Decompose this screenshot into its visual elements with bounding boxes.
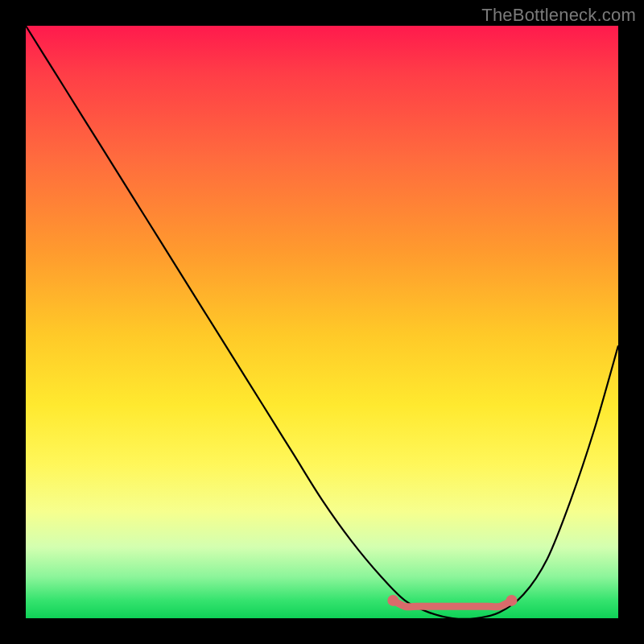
curve-svg: [26, 26, 618, 618]
plot-area: [26, 26, 618, 618]
bottleneck-curve-path: [26, 26, 618, 619]
watermark-text: TheBottleneck.com: [481, 5, 636, 26]
optimal-flat-path: [393, 601, 511, 607]
optimal-dot-right: [506, 595, 518, 606]
optimal-dot-left: [387, 595, 398, 606]
chart-frame: TheBottleneck.com: [0, 0, 644, 644]
